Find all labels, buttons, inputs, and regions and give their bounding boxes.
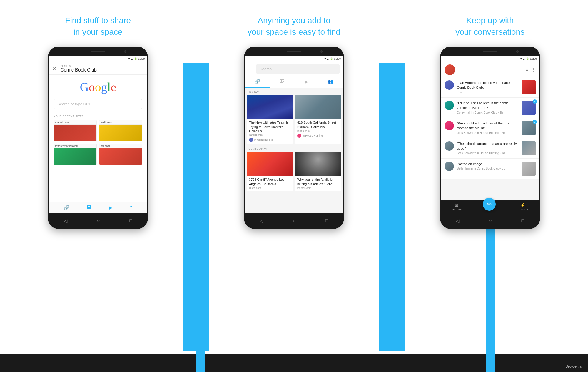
appbar-icons-3: ≡ ⋮ — [526, 67, 536, 72]
search-url-box[interactable]: Search or type URL — [54, 99, 142, 109]
status-bar-2: ▼▲ 🔋 12:30 — [245, 56, 343, 62]
status-bar-1: ▼▲ 🔋 12:30 — [49, 56, 147, 62]
phone-1: ▼▲ 🔋 12:30 ✕ POST IN Comic Book Club — [48, 46, 148, 229]
back-nav-3[interactable]: ◁ — [456, 218, 459, 224]
close-icon[interactable]: ✕ — [52, 65, 57, 72]
menu-icon[interactable]: ≡ — [526, 67, 528, 72]
home-nav-3[interactable]: ○ — [489, 218, 492, 223]
home-nav[interactable]: ○ — [97, 218, 100, 223]
activity-thumb-2: 3 — [522, 101, 536, 115]
card-title-adele: Why your entire family is belting out Ad… — [297, 177, 339, 186]
battery-icon: 🔋 — [134, 57, 137, 60]
phone-screen-1: ▼▲ 🔋 12:30 ✕ POST IN Comic Book Club — [49, 56, 147, 213]
badge-3: 2 — [533, 120, 537, 124]
link-icon[interactable]: 🔗 — [64, 205, 69, 210]
spaces-nav[interactable]: ⊞ SPACES — [451, 203, 462, 211]
activity-avatar-5 — [445, 162, 454, 171]
card-source-3728: zillow.com — [249, 187, 291, 190]
activity-main-3: "We should add pictures of the mud room … — [457, 121, 519, 130]
col3-title: Keep up with your conversations — [455, 15, 524, 38]
card-img-house — [295, 95, 341, 119]
time-3: 12:30 — [530, 57, 537, 60]
card-meta-house: in House Hunting — [297, 134, 339, 138]
phone-speaker-1 — [91, 51, 105, 52]
recents-nav[interactable]: □ — [129, 218, 132, 223]
recents-nav-3[interactable]: □ — [522, 218, 524, 223]
status-icons-3: ▼▲ 🔋 12:30 — [520, 57, 537, 60]
time-1: 12:30 — [138, 57, 145, 60]
tab-images[interactable]: 🖼 — [270, 76, 294, 88]
imdb-thumb — [99, 125, 142, 141]
card-adele[interactable]: Why your entire family is belting out Ad… — [295, 152, 341, 191]
card-ultimates[interactable]: The New Ultimates Team Is Trying to Solv… — [247, 95, 293, 144]
status-icons-2: ▼▲ 🔋 12:30 — [324, 57, 341, 60]
tab-people[interactable]: 👥 — [319, 76, 343, 88]
quote-icon[interactable]: ❝ — [130, 205, 133, 210]
phone-shell-3: ▼▲ 🔋 12:30 ≡ — [440, 46, 540, 229]
battery-icon-2: 🔋 — [330, 57, 333, 60]
card-meta-text-2: in House Hunting — [303, 134, 323, 137]
activity-avatar-2 — [445, 101, 454, 110]
activity-text-4: "The schools around that area are really… — [457, 141, 519, 155]
tab-links[interactable]: 🔗 — [245, 76, 270, 88]
phone1-content: Google Search or type URL YOUR RECENT SI… — [49, 75, 147, 202]
card-avatar-2 — [297, 134, 301, 138]
home-nav-2[interactable]: ○ — [293, 218, 296, 223]
phone-screen-3: ▼▲ 🔋 12:30 ≡ — [441, 56, 539, 213]
recents-nav-2[interactable]: □ — [325, 218, 328, 223]
image-icon[interactable]: 🖼 — [87, 205, 91, 210]
main-container: Find stuff to share in your space ▼▲ — [0, 0, 588, 372]
phone-shell-1: ▼▲ 🔋 12:30 ✕ POST IN Comic Book Club — [48, 46, 148, 229]
phone1-appbar: ✕ POST IN Comic Book Club ⋮ — [49, 62, 147, 75]
activity-main-1: Juan Angora has joined your space, Comic… — [457, 80, 519, 90]
fab-edit-button[interactable]: ✏ — [483, 198, 496, 211]
col3-blue-accent — [392, 63, 405, 351]
activity-nav[interactable]: ⚡ ACTIVITY — [517, 203, 529, 211]
column-3: Keep up with your conversations ▼▲ 🔋 — [392, 0, 588, 372]
activity-label: ACTIVITY — [517, 208, 529, 211]
imdb-label: imdb.com — [99, 120, 142, 125]
today-label: TODAY — [245, 88, 343, 95]
yesterday-label: YESTERDAY — [245, 145, 343, 152]
card-house[interactable]: 426 South California Street Burbank, Cal… — [295, 95, 341, 144]
site-marvel[interactable]: marvel.com — [54, 120, 97, 141]
activity-main-5: Posted an image. — [457, 162, 519, 166]
activity-text-2: "I dunno, I still believe in the comic v… — [457, 101, 519, 114]
phone1-bottom-bar: 🔗 🖼 ▶ ❝ — [49, 202, 147, 213]
site-imdb[interactable]: imdb.com — [99, 120, 142, 141]
phone-3: ▼▲ 🔋 12:30 ≡ — [440, 46, 540, 229]
more-icon-3[interactable]: ⋮ — [532, 67, 536, 72]
site-rt[interactable]: rottentomatoes.com — [54, 144, 97, 165]
phone-bottom-bar-1: ◁ ○ □ — [49, 213, 147, 228]
recent-sites-grid: marvel.com imdb.com — [54, 120, 142, 165]
card-title-3728: 3728 Cardiff Avenue Los Angeles, Califor… — [249, 177, 291, 186]
phone3-bottom-nav: ⊞ SPACES ✏ ⚡ ACTIVITY — [441, 200, 539, 213]
play-icon[interactable]: ▶ — [109, 205, 112, 210]
activity-thumb-5 — [522, 162, 536, 176]
search-field-2[interactable]: Search — [256, 64, 340, 74]
card-source-adele: latimes.com — [297, 187, 339, 190]
back-nav-2[interactable]: ◁ — [260, 218, 263, 224]
site-cbr[interactable]: cbr.com — [99, 144, 142, 165]
user-avatar-inner — [445, 64, 455, 75]
phone-shell-2: ▼▲ 🔋 12:30 ← Search 🔗 — [244, 46, 344, 229]
card-img-3728 — [247, 152, 293, 176]
tab-videos[interactable]: ▶ — [294, 76, 319, 88]
phone-bottom-bar-2: ◁ ○ □ — [245, 213, 343, 228]
comic-book-club-title: Comic Book Club — [60, 67, 138, 73]
signal-icon-2: ▼▲ — [324, 57, 329, 60]
card-text-adele: Why your entire family is belting out Ad… — [295, 176, 341, 191]
google-logo: Google — [54, 79, 142, 94]
activity-thumb-4 — [522, 141, 536, 155]
card-text-3728: 3728 Cardiff Avenue Los Angeles, Califor… — [247, 176, 293, 191]
activity-text-1: Juan Angora has joined your space, Comic… — [457, 80, 519, 94]
back-nav[interactable]: ◁ — [64, 218, 67, 224]
activity-main-2: "I dunno, I still believe in the comic v… — [457, 101, 519, 110]
phone-camera-1 — [124, 50, 126, 53]
phone-inner-3: ▼▲ 🔋 12:30 ≡ — [441, 47, 539, 228]
card-3728[interactable]: 3728 Cardiff Avenue Los Angeles, Califor… — [247, 152, 293, 191]
more-options-icon[interactable]: ⋮ — [138, 65, 143, 72]
today-cards: The New Ultimates Team Is Trying to Solv… — [245, 95, 343, 145]
back-icon-2[interactable]: ← — [248, 67, 253, 72]
col2-blue-left — [196, 63, 209, 351]
